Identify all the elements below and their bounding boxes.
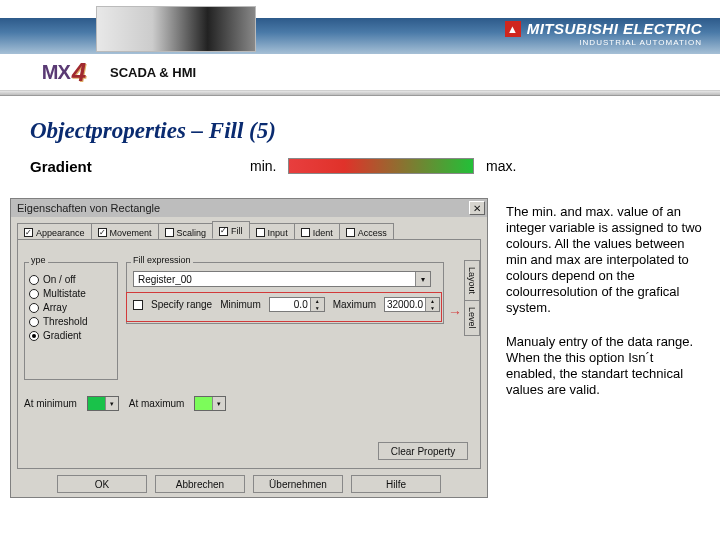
vtab-level[interactable]: Level (464, 300, 480, 336)
brand-name: MITSUBISHI ELECTRIC (527, 20, 702, 37)
minimum-label: Minimum (220, 299, 261, 310)
checkmark-icon: ✓ (219, 227, 228, 236)
at-minimum-color[interactable]: ▾ (87, 396, 119, 411)
maximum-label: Maximum (333, 299, 376, 310)
at-maximum-label: At maximum (129, 398, 185, 409)
checkmark-icon: ✓ (98, 228, 107, 237)
tab-appearance[interactable]: ✓Appearance (17, 223, 92, 239)
fill-legend: Fill expression (131, 255, 193, 265)
checkbox-empty-icon (165, 228, 174, 237)
checkbox-empty-icon (301, 228, 310, 237)
checkbox-empty-icon (256, 228, 265, 237)
properties-dialog: Eigenschaften von Rectangle ✕ ✓Appearanc… (10, 198, 488, 498)
minimum-input[interactable]: 0.0▲▼ (269, 297, 325, 312)
min-label: min. (250, 158, 276, 174)
radio-threshold[interactable]: Threshold (29, 316, 113, 327)
checkbox-empty-icon (346, 228, 355, 237)
callout-arrow-icon: → (448, 304, 462, 320)
cancel-button[interactable]: Abbrechen (155, 475, 245, 493)
gradient-label: Gradient (30, 158, 92, 175)
explain-p2: Manualy entry of the data range. When th… (506, 334, 706, 398)
radio-array[interactable]: Array (29, 302, 113, 313)
max-label: max. (486, 158, 516, 174)
tab-strip: ✓Appearance ✓Movement Scaling ✓Fill Inpu… (11, 217, 487, 239)
specify-range-label: Specify range (151, 299, 212, 310)
tab-movement[interactable]: ✓Movement (91, 223, 159, 239)
specify-range-checkbox[interactable] (133, 300, 143, 310)
radio-onoff[interactable]: On / off (29, 274, 113, 285)
brand: ▲ MITSUBISHI ELECTRIC (505, 20, 702, 37)
tab-scaling[interactable]: Scaling (158, 223, 214, 239)
product-photo (96, 6, 256, 52)
brand-subtitle: INDUSTRIAL AUTOMATION (579, 38, 702, 47)
maximum-input[interactable]: 32000.0▲▼ (384, 297, 440, 312)
checkmark-icon: ✓ (24, 228, 33, 237)
help-button[interactable]: Hilfe (351, 475, 441, 493)
tab-access[interactable]: Access (339, 223, 394, 239)
dropdown-icon: ▾ (105, 397, 118, 410)
register-combo[interactable]: Register_00 ▾ (133, 271, 431, 287)
tab-ident[interactable]: Ident (294, 223, 340, 239)
vtab-layout[interactable]: Layout (464, 260, 480, 301)
radio-multistate[interactable]: Multistate (29, 288, 113, 299)
explain-p1: The min. and max. value of an integer va… (506, 204, 706, 316)
fill-expression-group: Fill expression Register_00 ▾ Specify ra… (126, 262, 444, 324)
product-tagline: SCADA & HMI (110, 65, 196, 80)
spin-down-icon[interactable]: ▼ (310, 305, 324, 312)
brand-logo-icon: ▲ (505, 21, 521, 37)
tab-input[interactable]: Input (249, 223, 295, 239)
clear-property-button[interactable]: Clear Property (378, 442, 468, 460)
spin-down-icon[interactable]: ▼ (425, 305, 439, 312)
tab-fill[interactable]: ✓Fill (212, 221, 250, 239)
at-minimum-label: At minimum (24, 398, 77, 409)
type-legend: ype (29, 255, 48, 265)
dropdown-icon: ▾ (415, 272, 430, 286)
product-logo: MX4 (24, 54, 104, 90)
at-maximum-color[interactable]: ▾ (194, 396, 226, 411)
close-button[interactable]: ✕ (469, 201, 485, 215)
ok-button[interactable]: OK (57, 475, 147, 493)
type-group: ype On / off Multistate Array Threshold … (24, 262, 118, 380)
dropdown-icon: ▾ (212, 397, 225, 410)
gradient-preview (288, 158, 474, 174)
page-title: Objectproperties – Fill (5) (30, 118, 276, 144)
dialog-title: Eigenschaften von Rectangle (13, 202, 467, 214)
apply-button[interactable]: Übernehmen (253, 475, 343, 493)
radio-gradient[interactable]: Gradient (29, 330, 113, 341)
